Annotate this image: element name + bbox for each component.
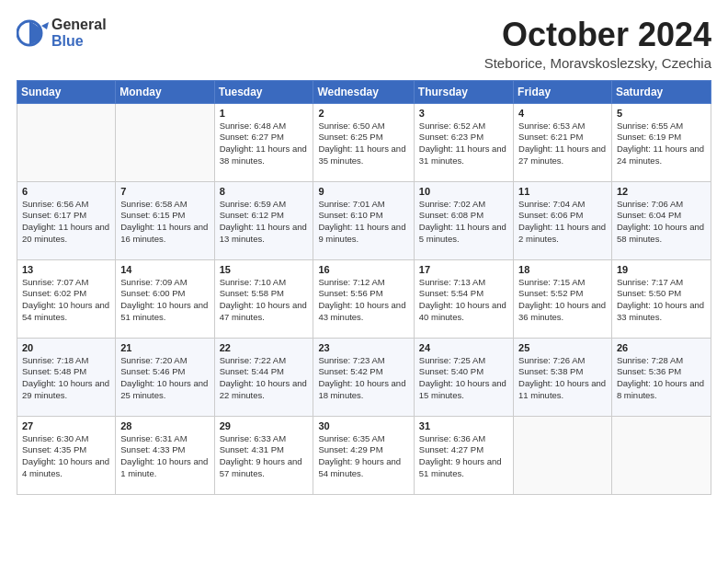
day-detail: Sunrise: 7:10 AM Sunset: 5:58 PM Dayligh… bbox=[220, 277, 309, 324]
day-detail: Sunrise: 7:28 AM Sunset: 5:36 PM Dayligh… bbox=[617, 355, 706, 402]
day-detail: Sunrise: 6:31 AM Sunset: 4:33 PM Dayligh… bbox=[120, 433, 209, 480]
calendar-header-row: SundayMondayTuesdayWednesdayThursdayFrid… bbox=[17, 80, 711, 103]
day-number: 18 bbox=[518, 264, 607, 275]
logo-text: General Blue bbox=[51, 17, 107, 49]
calendar-cell: 15Sunrise: 7:10 AM Sunset: 5:58 PM Dayli… bbox=[214, 259, 313, 338]
day-detail: Sunrise: 6:53 AM Sunset: 6:21 PM Dayligh… bbox=[518, 121, 607, 167]
day-number: 26 bbox=[617, 342, 706, 353]
day-detail: Sunrise: 7:20 AM Sunset: 5:46 PM Dayligh… bbox=[120, 355, 209, 402]
calendar-cell: 14Sunrise: 7:09 AM Sunset: 6:00 PM Dayli… bbox=[116, 259, 214, 338]
calendar-cell: 28Sunrise: 6:31 AM Sunset: 4:33 PM Dayli… bbox=[116, 416, 214, 494]
day-detail: Sunrise: 6:48 AM Sunset: 6:27 PM Dayligh… bbox=[220, 121, 309, 167]
calendar-cell: 6Sunrise: 6:56 AM Sunset: 6:17 PM Daylig… bbox=[17, 181, 116, 259]
calendar-week-row: 27Sunrise: 6:30 AM Sunset: 4:35 PM Dayli… bbox=[17, 416, 711, 494]
day-detail: Sunrise: 6:36 AM Sunset: 4:27 PM Dayligh… bbox=[419, 433, 508, 480]
day-detail: Sunrise: 7:26 AM Sunset: 5:38 PM Dayligh… bbox=[518, 355, 607, 402]
day-number: 7 bbox=[120, 186, 209, 197]
calendar-week-row: 13Sunrise: 7:07 AM Sunset: 6:02 PM Dayli… bbox=[17, 259, 711, 338]
calendar-header-monday: Monday bbox=[116, 80, 214, 103]
day-detail: Sunrise: 7:06 AM Sunset: 6:04 PM Dayligh… bbox=[617, 199, 706, 246]
day-number: 2 bbox=[318, 108, 408, 119]
calendar-header-tuesday: Tuesday bbox=[214, 80, 313, 103]
day-number: 5 bbox=[617, 108, 706, 119]
calendar-cell: 12Sunrise: 7:06 AM Sunset: 6:04 PM Dayli… bbox=[611, 181, 711, 259]
calendar-table: SundayMondayTuesdayWednesdayThursdayFrid… bbox=[17, 80, 711, 495]
calendar-week-row: 6Sunrise: 6:56 AM Sunset: 6:17 PM Daylig… bbox=[17, 181, 711, 259]
calendar-cell bbox=[514, 416, 612, 494]
calendar-header-wednesday: Wednesday bbox=[313, 80, 414, 103]
day-detail: Sunrise: 7:15 AM Sunset: 5:52 PM Dayligh… bbox=[518, 277, 607, 324]
day-number: 30 bbox=[318, 420, 408, 431]
day-number: 29 bbox=[220, 420, 309, 431]
calendar-cell bbox=[17, 103, 116, 181]
calendar-cell: 5Sunrise: 6:55 AM Sunset: 6:19 PM Daylig… bbox=[611, 103, 711, 181]
calendar-cell: 24Sunrise: 7:25 AM Sunset: 5:40 PM Dayli… bbox=[414, 338, 513, 416]
day-number: 14 bbox=[120, 264, 209, 275]
calendar-cell: 10Sunrise: 7:02 AM Sunset: 6:08 PM Dayli… bbox=[414, 181, 513, 259]
day-detail: Sunrise: 6:59 AM Sunset: 6:12 PM Dayligh… bbox=[220, 199, 309, 246]
day-detail: Sunrise: 7:25 AM Sunset: 5:40 PM Dayligh… bbox=[419, 355, 508, 402]
calendar-cell bbox=[116, 103, 214, 181]
calendar-cell: 26Sunrise: 7:28 AM Sunset: 5:36 PM Dayli… bbox=[611, 338, 711, 416]
day-detail: Sunrise: 7:12 AM Sunset: 5:56 PM Dayligh… bbox=[318, 277, 408, 324]
day-number: 3 bbox=[419, 108, 508, 119]
calendar-header-thursday: Thursday bbox=[414, 80, 513, 103]
day-detail: Sunrise: 6:33 AM Sunset: 4:31 PM Dayligh… bbox=[220, 433, 309, 480]
page: General Blue October 2024 Steborice, Mor… bbox=[0, 0, 728, 563]
month-title: October 2024 bbox=[484, 17, 711, 53]
calendar-cell: 22Sunrise: 7:22 AM Sunset: 5:44 PM Dayli… bbox=[214, 338, 313, 416]
day-number: 10 bbox=[419, 186, 508, 197]
day-detail: Sunrise: 7:02 AM Sunset: 6:08 PM Dayligh… bbox=[419, 199, 508, 246]
day-number: 12 bbox=[617, 186, 706, 197]
calendar-cell: 7Sunrise: 6:58 AM Sunset: 6:15 PM Daylig… bbox=[116, 181, 214, 259]
day-number: 23 bbox=[318, 342, 408, 353]
calendar-cell: 29Sunrise: 6:33 AM Sunset: 4:31 PM Dayli… bbox=[214, 416, 313, 494]
calendar-cell: 20Sunrise: 7:18 AM Sunset: 5:48 PM Dayli… bbox=[17, 338, 116, 416]
calendar-header-saturday: Saturday bbox=[611, 80, 711, 103]
day-number: 17 bbox=[419, 264, 508, 275]
day-number: 19 bbox=[617, 264, 706, 275]
calendar-header-sunday: Sunday bbox=[17, 80, 116, 103]
day-detail: Sunrise: 7:01 AM Sunset: 6:10 PM Dayligh… bbox=[318, 199, 408, 246]
day-detail: Sunrise: 7:07 AM Sunset: 6:02 PM Dayligh… bbox=[22, 277, 110, 324]
day-detail: Sunrise: 6:52 AM Sunset: 6:23 PM Dayligh… bbox=[419, 121, 508, 167]
calendar-cell: 1Sunrise: 6:48 AM Sunset: 6:27 PM Daylig… bbox=[214, 103, 313, 181]
logo: General Blue bbox=[17, 17, 107, 50]
day-detail: Sunrise: 6:56 AM Sunset: 6:17 PM Dayligh… bbox=[22, 199, 110, 246]
day-number: 9 bbox=[318, 186, 408, 197]
day-number: 8 bbox=[220, 186, 309, 197]
day-number: 4 bbox=[518, 108, 607, 119]
calendar-cell: 18Sunrise: 7:15 AM Sunset: 5:52 PM Dayli… bbox=[514, 259, 612, 338]
calendar-cell: 31Sunrise: 6:36 AM Sunset: 4:27 PM Dayli… bbox=[414, 416, 513, 494]
calendar-cell: 27Sunrise: 6:30 AM Sunset: 4:35 PM Dayli… bbox=[17, 416, 116, 494]
day-number: 15 bbox=[220, 264, 309, 275]
day-number: 24 bbox=[419, 342, 508, 353]
calendar-cell: 13Sunrise: 7:07 AM Sunset: 6:02 PM Dayli… bbox=[17, 259, 116, 338]
day-detail: Sunrise: 6:58 AM Sunset: 6:15 PM Dayligh… bbox=[120, 199, 209, 246]
day-detail: Sunrise: 7:13 AM Sunset: 5:54 PM Dayligh… bbox=[419, 277, 508, 324]
logo-blue: Blue bbox=[51, 33, 107, 50]
calendar-header-friday: Friday bbox=[514, 80, 612, 103]
day-number: 20 bbox=[22, 342, 110, 353]
day-number: 28 bbox=[120, 420, 209, 431]
logo-icon bbox=[17, 17, 50, 50]
day-number: 31 bbox=[419, 420, 508, 431]
day-number: 22 bbox=[220, 342, 309, 353]
day-detail: Sunrise: 6:35 AM Sunset: 4:29 PM Dayligh… bbox=[318, 433, 408, 480]
day-number: 13 bbox=[22, 264, 110, 275]
calendar-week-row: 20Sunrise: 7:18 AM Sunset: 5:48 PM Dayli… bbox=[17, 338, 711, 416]
calendar-cell: 19Sunrise: 7:17 AM Sunset: 5:50 PM Dayli… bbox=[611, 259, 711, 338]
calendar-cell: 16Sunrise: 7:12 AM Sunset: 5:56 PM Dayli… bbox=[313, 259, 414, 338]
logo-general: General bbox=[51, 17, 107, 33]
day-number: 25 bbox=[518, 342, 607, 353]
day-detail: Sunrise: 7:23 AM Sunset: 5:42 PM Dayligh… bbox=[318, 355, 408, 402]
day-number: 27 bbox=[22, 420, 110, 431]
day-number: 6 bbox=[22, 186, 110, 197]
day-number: 16 bbox=[318, 264, 408, 275]
calendar-cell bbox=[611, 416, 711, 494]
calendar-cell: 17Sunrise: 7:13 AM Sunset: 5:54 PM Dayli… bbox=[414, 259, 513, 338]
day-detail: Sunrise: 6:30 AM Sunset: 4:35 PM Dayligh… bbox=[22, 433, 110, 480]
day-detail: Sunrise: 6:50 AM Sunset: 6:25 PM Dayligh… bbox=[318, 121, 408, 167]
day-detail: Sunrise: 7:09 AM Sunset: 6:00 PM Dayligh… bbox=[120, 277, 209, 324]
calendar-cell: 30Sunrise: 6:35 AM Sunset: 4:29 PM Dayli… bbox=[313, 416, 414, 494]
